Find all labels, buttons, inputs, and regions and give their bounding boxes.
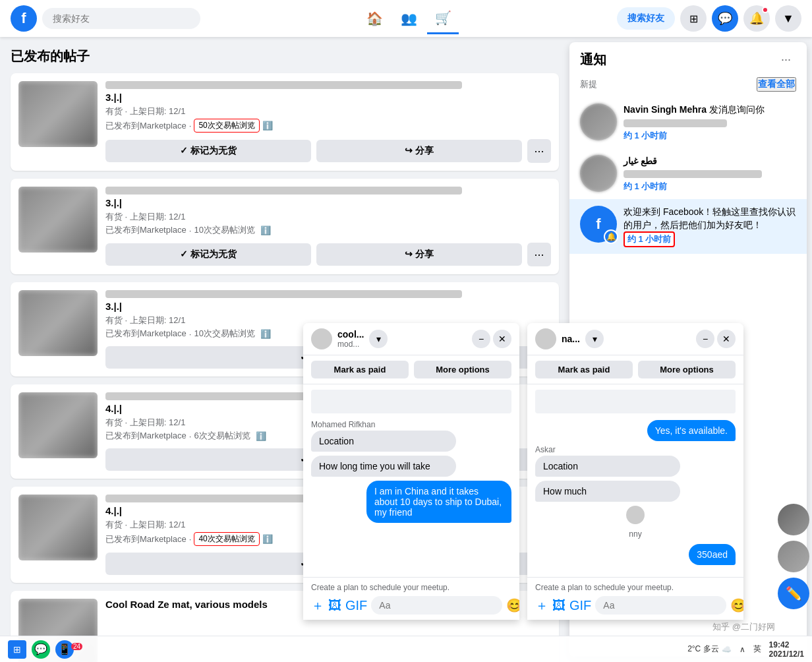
chat-window-left: cool... mod... ▾ − ✕ Mark as paid More o… (303, 323, 519, 620)
panel-title: 已发布的帖子 (11, 47, 559, 65)
chat-input-row: ＋ 🖼 GIF 😊 👍 (311, 596, 511, 615)
marketplace-nav-btn[interactable]: 🛒 (427, 3, 459, 34)
info-icon[interactable]: ℹ️ (260, 329, 271, 339)
notification-content: 欢迎来到 Facebook！轻触这里查找你认识的用户，然后把他们加为好友吧！ 约… (624, 206, 796, 247)
listing-marketplace: 已发布到Marketplace · 10次交易帖浏览 ℹ️ (105, 224, 551, 236)
taskbar-time: 19:42 2021/12/1 (769, 640, 804, 659)
notification-time: 约 1 小时前 (624, 181, 796, 193)
chat-input-row: ＋ 🖼 GIF 😊 👍 (535, 596, 736, 615)
notification-text: 欢迎来到 Facebook！轻触这里查找你认识的用户，然后把他们加为好友吧！ (624, 206, 796, 231)
mark-as-paid-btn[interactable]: Mark as paid (535, 361, 633, 378)
grid-icon-btn[interactable]: ⊞ (680, 5, 707, 32)
notification-item-highlighted[interactable]: f 🔔 欢迎来到 Facebook！轻触这里查找你认识的用户，然后把他们加为好友… (569, 199, 807, 254)
facebook-logo[interactable]: f (11, 5, 37, 32)
right-avatar-2[interactable] (778, 541, 809, 572)
listing-stock: 有货 · 上架日期: 12/1 (105, 211, 551, 223)
see-all-btn[interactable]: 查看全部 (757, 77, 796, 92)
notification-item[interactable]: قطع غيار 约 1 小时前 (569, 148, 807, 200)
chat-close-btn[interactable]: ✕ (493, 330, 511, 348)
input-lang: 英 (753, 644, 761, 655)
listing-stock: 有货 · 上架日期: 12/1 (105, 105, 551, 117)
notification-time: 约 1 小时前 (624, 231, 796, 247)
more-options-btn[interactable]: More options (638, 361, 736, 378)
listing-price: 3.|.| (105, 197, 551, 208)
message-bubble: How much (535, 481, 680, 502)
time-display: 19:42 (769, 640, 804, 649)
home-nav-btn[interactable]: 🏠 (359, 3, 390, 34)
chat-header-info: cool... mod... ▾ (311, 328, 388, 349)
share-btn[interactable]: ↪ 分享 (316, 140, 522, 162)
weather-text: 2°C 多云 (687, 644, 718, 655)
chat-minimize-btn[interactable]: − (472, 330, 490, 348)
chat-avatar (535, 328, 556, 349)
share-btn[interactable]: ↪ 分享 (316, 243, 522, 266)
compose-btn[interactable]: ✏️ (778, 578, 809, 609)
message-row: How long time you will take (311, 456, 511, 477)
chat-dropdown-btn[interactable]: ▾ (585, 330, 604, 348)
more-options-btn[interactable]: ··· (527, 139, 551, 163)
image-icon[interactable]: 🖼 (328, 598, 341, 613)
search-friend-button[interactable]: 搜索好友 (617, 7, 675, 30)
chat-actions: Mark as paid More options (527, 355, 743, 384)
chat-header-controls: − ✕ (696, 330, 736, 348)
emoji-picker-icon[interactable]: 😊 (506, 597, 519, 613)
notification-menu-btn[interactable]: ··· (776, 50, 796, 69)
listing-image (18, 495, 98, 560)
message-row-sent: Yes, it's available. (535, 420, 736, 441)
account-menu-btn[interactable]: ▼ (775, 5, 801, 32)
notification-avatar (580, 104, 617, 140)
info-icon[interactable]: ℹ️ (260, 226, 271, 235)
listing-actions: ✓ 标记为无货 ↪ 分享 ··· (105, 243, 551, 266)
info-icon[interactable]: ℹ️ (262, 534, 273, 544)
more-options-btn[interactable]: More options (414, 361, 511, 378)
gif-icon[interactable]: GIF (345, 598, 367, 613)
chat-header-info: na... ▾ (535, 328, 604, 349)
emoji-icon[interactable]: ＋ (535, 597, 548, 615)
notification-content: قطع غيار 约 1 小时前 (624, 155, 796, 193)
info-icon[interactable]: ℹ️ (256, 431, 266, 441)
notification-icon-btn[interactable]: 🔔 (743, 5, 770, 32)
mark-no-stock-btn[interactable]: ✓ 标记为无货 (105, 243, 311, 266)
info-icon[interactable]: ℹ️ (262, 121, 273, 131)
image-icon[interactable]: 🖼 (552, 598, 566, 613)
chat-header-left: cool... mod... ▾ − ✕ (303, 323, 519, 355)
mark-as-paid-btn[interactable]: Mark as paid (311, 361, 409, 378)
nav-left: f (11, 5, 200, 32)
emoji-picker-icon[interactable]: 😊 (730, 597, 743, 613)
caret-icon[interactable]: ∧ (740, 645, 745, 654)
messenger-icon-btn[interactable]: 💬 (712, 5, 738, 32)
chat-dropdown-btn[interactable]: ▾ (369, 330, 388, 348)
message-bubble: How long time you will take (311, 456, 456, 477)
right-avatar-1[interactable] (778, 504, 809, 535)
weather-info: 2°C 多云 ☁️ (687, 644, 731, 655)
notification-tabs: 新提 查看全部 (569, 77, 807, 97)
chat-close-btn[interactable]: ✕ (717, 330, 736, 348)
chat-text-input[interactable] (595, 596, 726, 615)
notification-item[interactable]: Navin Singh Mehra 发消息询问你 约 1 小时前 (569, 97, 807, 148)
taskbar-left: ⊞ 💬 📱 24 (8, 640, 82, 659)
message-sender: nny (629, 529, 641, 539)
nav-center: 🏠 👥 🛒 (359, 3, 459, 34)
chat-name: cool... (337, 329, 364, 340)
friends-nav-btn[interactable]: 👥 (393, 3, 424, 34)
more-options-btn[interactable]: ··· (527, 243, 551, 266)
chat-name-group: na... (562, 334, 580, 344)
listing-price: 3.|.| (105, 301, 551, 312)
listing-item: 3.|.| 有货 · 上架日期: 12/1 已发布到Marketplace · … (11, 179, 559, 274)
views-badge: 50次交易帖浏览 (194, 119, 259, 133)
chat-footer-text: Create a plan to schedule your meetup. (535, 583, 736, 592)
chat-text-input[interactable] (371, 596, 502, 615)
chat-messages: Yes, it's available. Askar Location How … (527, 384, 743, 577)
notification-new-label: 新提 (580, 77, 751, 92)
mark-no-stock-btn[interactable]: ✓ 标记为无货 (105, 140, 311, 162)
mobile-app-icon[interactable]: 📱 (55, 640, 74, 659)
chat-header-right: na... ▾ − ✕ (527, 323, 743, 355)
nav-search-input[interactable] (42, 8, 200, 29)
chat-avatar (311, 328, 332, 349)
windows-icon[interactable]: ⊞ (8, 640, 26, 659)
chat-minimize-btn[interactable]: − (696, 330, 714, 348)
emoji-icon[interactable]: ＋ (311, 597, 324, 615)
message-bubble: Location (311, 431, 456, 452)
gif-icon[interactable]: GIF (569, 598, 591, 613)
wechat-icon[interactable]: 💬 (32, 640, 50, 659)
